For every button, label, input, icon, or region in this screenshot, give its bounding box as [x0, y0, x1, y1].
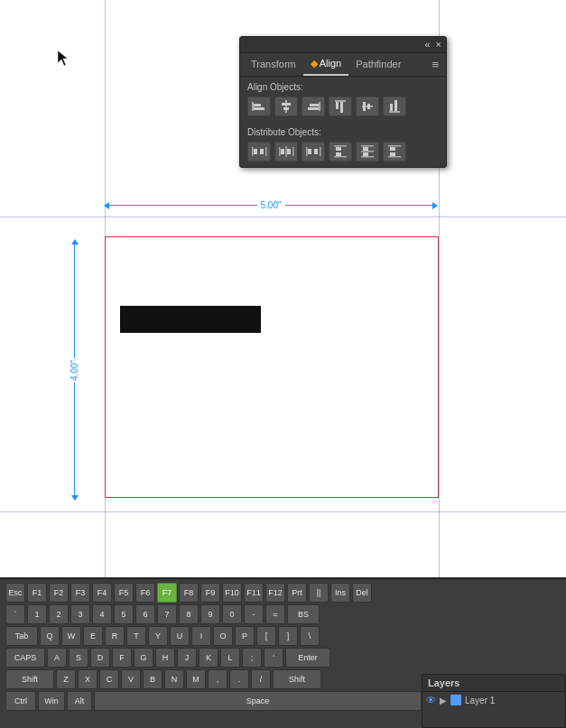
svg-rect-30	[308, 149, 311, 154]
key-f12[interactable]: F12	[265, 583, 285, 603]
key-space[interactable]: Space	[94, 691, 422, 711]
key-t[interactable]: T	[126, 626, 146, 646]
distribute-top-btn[interactable]	[329, 142, 352, 161]
key-3[interactable]: 3	[70, 604, 90, 624]
key-g[interactable]: G	[134, 648, 153, 668]
key-f4[interactable]: F4	[92, 583, 112, 603]
key-quote[interactable]: '	[264, 648, 283, 668]
key-0[interactable]: 0	[222, 604, 242, 624]
key-l[interactable]: L	[220, 648, 240, 668]
panel-menu-icon[interactable]: ≡	[428, 54, 442, 75]
key-esc[interactable]: Esc	[5, 583, 25, 603]
align-h-center-btn[interactable]	[274, 97, 298, 116]
tab-transform[interactable]: Transform	[244, 54, 303, 76]
key-c[interactable]: C	[99, 669, 119, 689]
key-j[interactable]: J	[177, 648, 197, 668]
key-p[interactable]: P	[235, 626, 255, 646]
key-equals[interactable]: =	[265, 604, 285, 624]
key-1[interactable]: 1	[27, 604, 47, 624]
distribute-bottom-btn[interactable]	[383, 142, 406, 161]
key-shift-left[interactable]: Shift	[5, 669, 54, 689]
svg-rect-44	[390, 152, 395, 156]
key-2[interactable]: 2	[49, 604, 69, 624]
key-s[interactable]: S	[69, 648, 88, 668]
key-f8[interactable]: F8	[179, 583, 199, 603]
key-f11[interactable]: F11	[244, 583, 264, 603]
key-del[interactable]: Del	[352, 583, 372, 603]
key-i[interactable]: I	[191, 626, 211, 646]
key-minus[interactable]: -	[244, 604, 264, 624]
key-4[interactable]: 4	[92, 604, 112, 624]
panel-close-icon[interactable]: ×	[436, 40, 441, 50]
keyboard-row-fn: Esc F1 F2 F3 F4 F5 F6 F7 F8 F9 F10 F11 F…	[5, 583, 561, 603]
tab-pathfinder[interactable]: Pathfinder	[348, 54, 408, 76]
key-shift-right[interactable]: Shift	[273, 669, 321, 689]
key-period[interactable]: .	[229, 669, 249, 689]
key-rbracket[interactable]: ]	[278, 626, 298, 646]
key-n[interactable]: N	[164, 669, 184, 689]
key-o[interactable]: O	[213, 626, 233, 646]
key-h[interactable]: H	[155, 648, 175, 668]
key-win[interactable]: Win	[38, 691, 65, 711]
key-backslash[interactable]: \	[300, 626, 320, 646]
key-alt-left[interactable]: Alt	[67, 691, 92, 711]
key-prt[interactable]: Prt	[287, 583, 307, 603]
align-top-btn[interactable]	[329, 97, 352, 116]
svg-rect-27	[287, 149, 291, 154]
key-r[interactable]: R	[105, 626, 125, 646]
key-f9[interactable]: F9	[200, 583, 220, 603]
align-bottom-btn[interactable]	[383, 97, 406, 116]
distribute-right-btn[interactable]	[302, 142, 325, 161]
key-ins[interactable]: Ins	[330, 583, 350, 603]
distribute-center-v-btn[interactable]	[356, 142, 379, 161]
key-u[interactable]: U	[170, 626, 190, 646]
key-5[interactable]: 5	[114, 604, 134, 624]
key-b[interactable]: B	[143, 669, 162, 689]
key-e[interactable]: E	[83, 626, 103, 646]
guide-horizontal-bottom	[0, 511, 566, 512]
key-v[interactable]: V	[121, 669, 141, 689]
key-f6[interactable]: F6	[135, 583, 155, 603]
key-f10[interactable]: F10	[222, 583, 242, 603]
key-caps-lock[interactable]: CAPS	[5, 648, 45, 668]
align-v-center-btn[interactable]	[356, 97, 379, 116]
key-tab[interactable]: Tab	[5, 626, 38, 646]
panel-collapse-icon[interactable]: «	[424, 40, 430, 50]
key-w[interactable]: W	[61, 626, 81, 646]
key-z[interactable]: Z	[56, 669, 76, 689]
key-8[interactable]: 8	[179, 604, 199, 624]
key-a[interactable]: A	[47, 648, 67, 668]
key-f3[interactable]: F3	[70, 583, 90, 603]
key-f5[interactable]: F5	[114, 583, 134, 603]
key-m[interactable]: M	[186, 669, 206, 689]
key-ctrl-left[interactable]: Ctrl	[5, 691, 36, 711]
key-y[interactable]: Y	[148, 626, 168, 646]
key-x[interactable]: X	[78, 669, 97, 689]
key-backtick[interactable]: `	[5, 604, 25, 624]
key-f1[interactable]: F1	[27, 583, 47, 603]
distribute-left-btn[interactable]	[247, 142, 271, 161]
key-slash[interactable]: /	[251, 669, 271, 689]
key-f2[interactable]: F2	[49, 583, 69, 603]
key-backspace[interactable]: BS	[287, 604, 320, 624]
key-enter[interactable]: Enter	[285, 648, 330, 668]
key-9[interactable]: 9	[200, 604, 220, 624]
black-rect	[120, 306, 261, 333]
tab-align[interactable]: ◆Align	[303, 53, 348, 76]
key-f7[interactable]: F7	[157, 583, 177, 603]
key-pause[interactable]: ||	[309, 583, 329, 603]
key-7[interactable]: 7	[157, 604, 177, 624]
key-comma[interactable]: ,	[208, 669, 227, 689]
distribute-center-h-btn[interactable]	[274, 142, 298, 161]
key-semicolon[interactable]: ;	[242, 648, 262, 668]
key-6[interactable]: 6	[135, 604, 155, 624]
key-k[interactable]: K	[199, 648, 218, 668]
key-f[interactable]: F	[112, 648, 132, 668]
key-d[interactable]: D	[90, 648, 110, 668]
key-q[interactable]: Q	[40, 626, 60, 646]
align-left-btn[interactable]	[247, 97, 271, 116]
layers-visibility-icon[interactable]: 👁	[426, 695, 436, 705]
key-lbracket[interactable]: [	[256, 626, 276, 646]
align-right-btn[interactable]	[302, 97, 325, 116]
layers-expand-icon[interactable]: ▶	[440, 696, 447, 705]
